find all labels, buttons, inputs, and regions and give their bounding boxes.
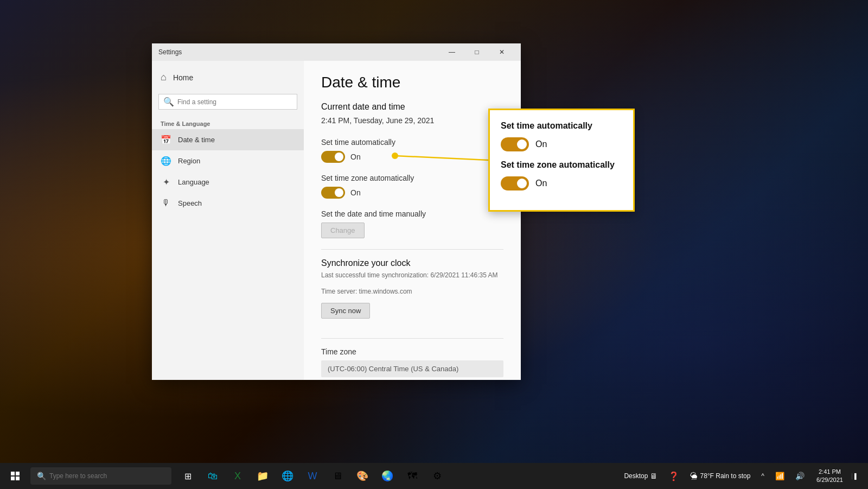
date-time-icon: 📅 [161,135,171,145]
taskbar-icon-excel[interactable]: X [226,464,250,488]
weather-icon: 🌦 [690,472,698,480]
chevron-icon: ^ [761,472,764,480]
taskbar-icon-settings[interactable]: ⚙ [425,464,449,488]
settings-body: ⌂ Home 🔍 Time & Language 📅 Date & time 🌐… [152,61,521,380]
weather-text: 78°F Rain to stop [700,472,750,480]
sidebar-item-speech-label: Speech [178,199,202,207]
network-icon-tray[interactable]: 📶 [772,472,788,480]
title-bar-controls: — □ ✕ [439,43,514,61]
callout-toggle-1[interactable] [501,137,529,151]
taskbar-icon-word[interactable]: W [301,464,324,488]
clock-time: 2:41 PM [816,468,843,476]
divider-2 [321,338,503,339]
set-manual-label: Set the date and time manually [321,209,503,218]
network-icon: 📶 [775,472,784,480]
set-time-auto-value: On [350,153,361,161]
callout-toggle-2-label: On [535,179,547,188]
volume-icon: 🔊 [795,472,805,480]
home-icon: ⌂ [161,72,167,83]
timezone-display: (UTC-06:00) Central Time (US & Canada) [321,360,503,377]
desktop-label[interactable]: Desktop 🖥 [621,472,661,480]
search-input[interactable] [177,98,292,106]
taskbar-icon-app4[interactable]: 🗺 [400,464,424,488]
volume-icon-tray[interactable]: 🔊 [792,472,808,480]
taskbar-clock[interactable]: 2:41 PM 6/29/2021 [812,468,847,485]
set-time-auto-label: Set time automatically [321,138,503,147]
sidebar-search-box[interactable]: 🔍 [158,94,297,110]
taskbar-icon-taskview[interactable]: ⊞ [176,464,200,488]
taskbar-tray: Desktop 🖥 ❓ 🌦 78°F Rain to stop ^ 📶 🔊 2:… [621,468,866,485]
change-button[interactable]: Change [321,223,365,238]
desktop-text: Desktop [624,472,648,480]
minimize-button[interactable]: — [439,43,464,61]
sidebar-item-region[interactable]: 🌐 Region [152,150,304,172]
taskbar-app-icons: ⊞ 🛍 X 📁 🌐 W 🖥 🎨 🌏 🗺 ⚙ [176,464,449,488]
sidebar-section-label: Time & Language [152,114,304,129]
set-time-auto-row: Set time automatically On [321,138,503,163]
current-section-title: Current date and time [321,102,503,112]
settings-window: Settings — □ ✕ ⌂ Home 🔍 Time & Language … [152,43,521,380]
taskbar-icon-app3[interactable]: 🌏 [375,464,399,488]
sidebar-item-speech[interactable]: 🎙 Speech [152,193,304,213]
callout-toggle-1-label: On [535,139,547,149]
taskbar-icon-app1[interactable]: 🖥 [326,464,349,488]
callout-toggle-2[interactable] [501,176,529,190]
desktop-icon: 🖥 [650,472,658,480]
taskbar-icon-chrome[interactable]: 🌐 [276,464,299,488]
taskbar-icon-store[interactable]: 🛍 [201,464,225,488]
maximize-button[interactable]: □ [464,43,489,61]
speech-icon: 🎙 [161,198,171,208]
sidebar-item-date-time-label: Date & time [178,136,215,144]
set-zone-auto-row: Set time zone automatically On [321,174,503,199]
set-zone-auto-toggle[interactable] [321,187,345,199]
timezone-label: Time zone [321,347,503,356]
sync-detail-2: Time server: time.windows.com [321,287,503,296]
taskbar-search-icon: 🔍 [37,472,46,480]
help-icon-tray[interactable]: ❓ [665,471,682,481]
taskbar-icon-explorer[interactable]: 📁 [251,464,275,488]
start-button[interactable] [2,463,28,489]
taskbar-icon-app2[interactable]: 🎨 [350,464,374,488]
set-zone-auto-toggle-row: On [321,187,503,199]
home-label: Home [173,73,193,82]
sidebar-item-language[interactable]: ✦ Language [152,172,304,193]
set-zone-auto-value: On [350,188,361,197]
title-bar: Settings — □ ✕ [152,43,521,61]
page-title: Date & time [321,74,503,91]
callout-toggle-row-2: On [501,176,622,190]
callout-box: Set time automatically On Set time zone … [488,109,635,212]
set-manual-row: Set the date and time manually Change [321,209,503,238]
callout-title-1: Set time automatically [501,121,622,131]
set-zone-auto-label: Set time zone automatically [321,174,503,182]
sync-now-button[interactable]: Sync now [321,303,370,319]
close-button[interactable]: ✕ [489,43,514,61]
set-time-auto-toggle[interactable] [321,151,345,163]
chevron-tray[interactable]: ^ [758,472,768,480]
divider-1 [321,249,503,250]
sidebar-item-home[interactable]: ⌂ Home [152,65,304,90]
sidebar-item-region-label: Region [178,157,200,165]
weather-tray[interactable]: 🌦 78°F Rain to stop [687,472,754,480]
region-icon: 🌐 [161,156,171,166]
show-desktop-button[interactable]: ▌ [852,473,861,479]
taskbar-search-input[interactable] [49,472,165,480]
show-desktop-icon: ▌ [854,473,858,479]
window-title: Settings [158,48,182,56]
help-icon: ❓ [668,471,679,481]
taskbar: 🔍 ⊞ 🛍 X 📁 🌐 W 🖥 🎨 🌏 🗺 ⚙ Desktop 🖥 ❓ 🌦 78… [0,463,868,489]
sync-section-title: Synchronize your clock [321,258,503,268]
callout-toggle-row-1: On [501,137,622,151]
sidebar-item-language-label: Language [178,178,209,186]
taskbar-search-box[interactable]: 🔍 [30,467,171,485]
set-time-auto-toggle-row: On [321,151,503,163]
search-icon: 🔍 [163,97,174,107]
callout-title-2: Set time zone automatically [501,160,622,170]
current-datetime-display: 2:41 PM, Tuesday, June 29, 2021 [321,116,503,125]
sidebar: ⌂ Home 🔍 Time & Language 📅 Date & time 🌐… [152,61,304,380]
sync-detail-1: Last successful time synchronization: 6/… [321,270,503,280]
language-icon: ✦ [161,177,171,187]
clock-date: 6/29/2021 [816,476,843,484]
sidebar-item-date-time[interactable]: 📅 Date & time [152,129,304,150]
